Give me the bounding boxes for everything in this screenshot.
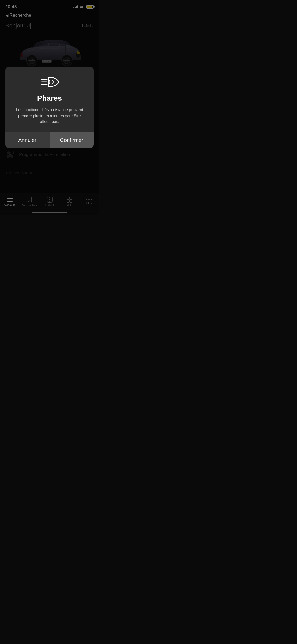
confirm-button[interactable]: Confirmer [49, 132, 94, 148]
modal-buttons: Annuler Confirmer [5, 132, 94, 148]
headlight-icon [40, 75, 59, 89]
home-indicator [32, 212, 67, 213]
modal-overlay: Phares Les fonctionnalités à distance pe… [0, 0, 99, 215]
phares-modal: Phares Les fonctionnalités à distance pe… [5, 67, 94, 148]
modal-body: Phares Les fonctionnalités à distance pe… [5, 67, 94, 132]
modal-title: Phares [37, 94, 62, 103]
modal-description: Les fonctionnalités à distance peuvent p… [12, 107, 87, 125]
svg-point-44 [49, 80, 53, 84]
cancel-button[interactable]: Annuler [5, 132, 49, 148]
